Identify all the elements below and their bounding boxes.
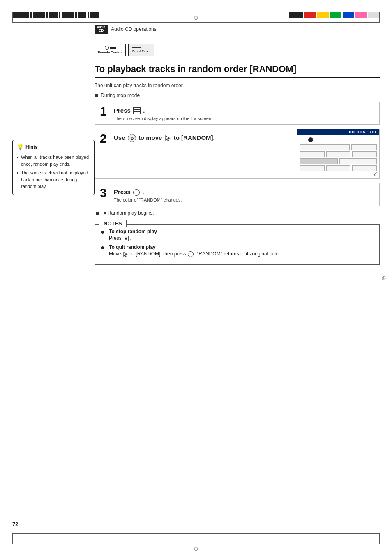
cd-cell: [300, 165, 325, 171]
bar-block: [62, 12, 74, 18]
color-block-red: [304, 12, 316, 18]
bar-block: [49, 12, 58, 18]
color-block-gray: [368, 12, 380, 18]
top-bar-right-colors: [289, 12, 380, 18]
stop-square-icon: [95, 94, 98, 97]
bar-block: [33, 12, 45, 18]
color-block-pink: [355, 12, 367, 18]
cd-control-panel: CD CONTROL: [297, 129, 379, 178]
stop-button-icon: ■: [123, 236, 129, 241]
step-2-box: 2 Use ⊙ to move to [RANDOM].: [95, 129, 380, 179]
cd-panel-row-2: [300, 151, 377, 157]
cd-cell: [300, 151, 325, 157]
front-panel-label: Front Panel: [132, 49, 150, 53]
cd-cell: [351, 144, 377, 150]
menu-btn-svg: [134, 108, 141, 114]
cd-control-header: CD CONTROL: [297, 129, 379, 135]
cd-cell-highlight: [300, 158, 338, 164]
svg-marker-3: [124, 252, 127, 257]
hints-item-2: The same track will not be played back m…: [17, 169, 90, 190]
hints-bulb-icon: 💡: [17, 143, 24, 151]
cursor-icon-2: [123, 251, 129, 257]
step-3-instruction: Press: [114, 188, 131, 195]
intro-text: The unit can play tracks in random order…: [95, 83, 380, 88]
color-block-green: [330, 12, 341, 18]
right-top-border: [379, 12, 380, 22]
left-margin: 💡 Hints When all tracks have been played…: [12, 25, 95, 195]
main-right-content: Audio CD Audio CD operations Remote Cont…: [95, 25, 380, 265]
step-2-number: 2: [100, 132, 110, 145]
front-panel-icon: ━━━━ Front Panel: [128, 44, 154, 56]
cd-cell: [326, 165, 351, 171]
audio-cd-icon: Audio CD: [95, 25, 108, 34]
step-3-number: 3: [100, 187, 110, 199]
top-border-line: [12, 22, 380, 23]
bar-block: [90, 12, 99, 18]
step-1-instruction: Press: [114, 107, 131, 114]
step-3-subtext: The color of "RANDOM" changes.: [114, 197, 374, 202]
bar-block: [78, 12, 86, 18]
color-block-blue: [343, 12, 354, 18]
circle-button-icon: [133, 189, 140, 196]
left-top-border: [12, 12, 13, 22]
during-stop-label: During stop mode: [95, 93, 380, 98]
color-block-yellow: [317, 12, 329, 18]
step-1-dot: .: [143, 107, 145, 114]
notes-item-1-text: Press ■ .: [109, 235, 374, 241]
step-2-content: Use ⊙ to move to [RANDOM].: [114, 132, 288, 142]
cd-cell: [300, 144, 350, 150]
hints-item-1: When all tracks have been played once, r…: [17, 154, 90, 167]
bar-block: [30, 12, 32, 18]
bottom-border-line: [12, 533, 380, 534]
step-2-left: 2 Use ⊙ to move to [RANDOM].: [95, 129, 293, 178]
remote-circle-icon: [105, 46, 109, 50]
step-2-mid: to move: [138, 134, 162, 141]
bar-block: [59, 12, 60, 18]
bar-block: [12, 12, 29, 18]
color-block-black: [289, 12, 303, 18]
notes-item-2: ● To quit random play Move to [RANDOM], …: [101, 244, 374, 257]
step-3-box: 3 Press . The color of "RANDOM" changes.: [95, 183, 380, 206]
joystick-icon: ⊙: [128, 134, 136, 142]
step-2-panel: CD CONTROL: [297, 129, 379, 178]
control-icons: Remote Control ━━━━ Front Panel: [95, 44, 380, 56]
top-bar-left-blocks: [12, 12, 99, 18]
step-2-pre: Use: [114, 134, 125, 141]
cd-cell: [352, 151, 377, 157]
cd-panel-row-1: [300, 144, 377, 150]
notes-item-1-title: To stop random play: [109, 229, 374, 234]
step-1-box: 1 Press . The on screen display appears …: [95, 102, 380, 125]
step-1-number: 1: [100, 105, 110, 118]
random-begins-label: ■ Random play begins.: [96, 210, 380, 216]
page-content: 💡 Hints When all tracks have been played…: [12, 25, 380, 531]
cd-cell: [339, 158, 377, 164]
page-title: To playback tracks in random order [RAND…: [95, 64, 380, 78]
hints-title: Hints: [25, 144, 38, 151]
cd-control-body: [297, 135, 379, 174]
notes-title: NOTES: [99, 220, 127, 227]
page-number: 72: [12, 521, 18, 527]
step-3-content: Press . The color of "RANDOM" changes.: [114, 187, 374, 202]
audio-cd-badge: Audio CD Audio CD operations: [95, 25, 380, 34]
notes-box: NOTES ● To stop random play Press ■ . ● …: [95, 224, 380, 265]
left-bottom-border: [12, 534, 13, 544]
bar-block: [88, 12, 89, 18]
bar-block: [75, 12, 77, 18]
notes-item-2-title: To quit random play: [109, 244, 374, 250]
right-compass-icon: ⊕: [381, 275, 386, 281]
section-divider: [95, 36, 380, 36]
audio-cd-label: Audio CD operations: [111, 26, 157, 32]
cd-dot: [308, 137, 313, 142]
notes-item-1-content: To stop random play Press ■ .: [109, 229, 374, 241]
circle-btn-note: [188, 251, 194, 257]
cd-cell: [326, 151, 351, 157]
bottom-compass-icon: ⊕: [194, 545, 198, 552]
notes-bullet-2: ●: [101, 244, 106, 251]
notes-item-1: ● To stop random play Press ■ .: [101, 229, 374, 241]
remote-label: Remote Control: [98, 51, 122, 54]
remote-control-icon: Remote Control: [95, 44, 126, 56]
notes-item-2-text: Move to [RANDOM], then press . "RANDOM" …: [109, 251, 374, 257]
remote-lines-icon: [110, 47, 116, 49]
hints-box: 💡 Hints When all tracks have been played…: [12, 140, 95, 195]
svg-rect-0: [134, 109, 140, 110]
